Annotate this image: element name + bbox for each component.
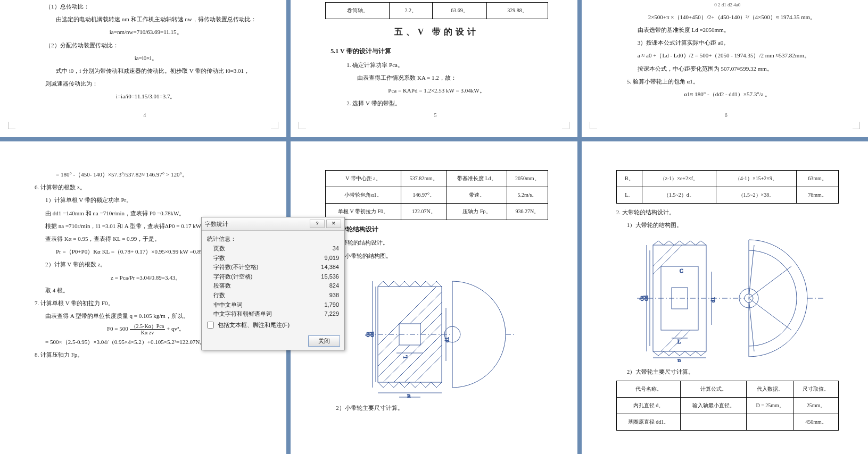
cell: 带速。 xyxy=(447,187,507,204)
help-button[interactable]: ? xyxy=(310,220,325,228)
text: 1）大带轮的结构图。 xyxy=(616,218,839,231)
cell: 63mm。 xyxy=(797,171,839,187)
text: 2. 大带轮的结构设计。 xyxy=(616,206,839,218)
stat-row: 字符数(不计空格)14,384 xyxy=(207,263,339,272)
close-dialog-button[interactable]: 关闭 xyxy=(308,335,340,347)
wordcount-dialog[interactable]: 字数统计 ? ✕ 统计信息： 页数34字数9,019字符数(不计空格)14,38… xyxy=(201,217,345,350)
stat-key: 字符数(计空格) xyxy=(207,272,252,282)
cell: 内孔直径 d。 xyxy=(616,397,681,414)
dialog-title: 字数统计 xyxy=(205,220,308,228)
stat-key: 行数 xyxy=(207,291,225,300)
cropmark xyxy=(853,122,860,129)
large-pulley-diagram: da dd d1 C L B xyxy=(626,234,829,362)
text: 按课本公式，中心距变化范围为 507.07≈599.32 mm。 xyxy=(616,62,839,75)
text: 小带轮的结构设计。 xyxy=(325,236,548,249)
cell: 936.27N。 xyxy=(507,204,548,220)
stat-row: 行数938 xyxy=(207,291,339,300)
text: （2）分配传动装置传动比： xyxy=(35,39,257,52)
cell: 329.88。 xyxy=(487,3,548,19)
text: 由表查得工作情况系数 KA = 1.2，故： xyxy=(325,71,548,84)
text: 2）小带轮主要尺寸计算。 xyxy=(325,401,548,414)
stat-key: 非中文单词 xyxy=(207,300,243,310)
cell: 122.07N。 xyxy=(401,204,447,220)
text: 2）大带轮主要尺寸计算。 xyxy=(616,365,839,378)
cell: 压轴力 Fp。 xyxy=(447,204,507,220)
text: 由选定的电动机满载转速 nm 和工作机主动轴转速 nw，得传动装置总传动比： xyxy=(35,13,257,26)
cell: 基圈原直径 dd1。 xyxy=(616,414,681,430)
cell: 尺寸取值。 xyxy=(793,381,838,397)
stat-value: 15,536 xyxy=(321,272,339,282)
cell: 小带轮包角α1。 xyxy=(326,187,401,204)
table-dim-bl: B。（z-1）×e+2×f。（4-1）×15+2×9。63mm。 L。（1.5~… xyxy=(616,170,839,204)
svg-text:d1: d1 xyxy=(444,337,450,342)
frac-bot: Kα zv xyxy=(130,330,166,335)
stat-key: 页数 xyxy=(207,244,225,254)
cropmark xyxy=(271,122,278,129)
stat-key: 字符数(不计空格) xyxy=(207,263,258,272)
text: 式中 i0，i 分别为带传动和减速器的传动比。初步取 V 带的传动比 i0=3.… xyxy=(35,64,257,77)
text: 2. 选择 V 带的带型。 xyxy=(325,97,548,110)
cropmark xyxy=(299,122,306,129)
stat-key: 段落数 xyxy=(207,281,231,291)
subsection-heading: 5.2 带轮结构设计 xyxy=(325,222,548,236)
cropmark xyxy=(8,122,15,129)
cell: 输入轴最小直径。 xyxy=(681,397,747,414)
text: 由表选带的基准长度 Ld =2050mm。 xyxy=(616,23,839,36)
cell: 5.2m/s。 xyxy=(507,187,548,204)
svg-text:d1: d1 xyxy=(710,297,716,302)
page-grid: （1）总传动比： 由选定的电动机满载转速 nm 和工作机主动轴转速 nw，得传动… xyxy=(0,0,868,454)
table-large-pulley-dim: 代号名称。计算公式。代入数据。尺寸取值。 内孔直径 d。输入轴最小直径。D = … xyxy=(616,381,839,431)
text: 3）按课本公式计算实际中心距 a0。 xyxy=(616,36,839,49)
dialog-titlebar[interactable]: 字数统计 ? ✕ xyxy=(202,217,344,231)
page-number: 4 xyxy=(143,110,146,121)
formula: Pca = KAPd = 1.2×2.53 kW = 3.04kW。 xyxy=(325,84,548,97)
formula: 0 2 d1 d2 4a0 xyxy=(616,0,839,11)
formula: a ≈ a0 +（Ld - Ld0）/2 = 500+（2050 - 1974.… xyxy=(616,49,839,62)
small-pulley-diagram: da dd d1 L B L xyxy=(346,265,527,398)
cell xyxy=(681,414,747,430)
text: 则减速器传动比为： xyxy=(35,77,257,90)
cell: （z-1）×e+2×f。 xyxy=(642,171,716,187)
text: 6. 计算带的根数 z。 xyxy=(35,181,257,194)
stat-value: 14,384 xyxy=(321,263,339,272)
cell: 450mm。 xyxy=(793,414,838,430)
cell: 代号名称。 xyxy=(616,381,681,397)
svg-text:dd: dd xyxy=(643,296,649,301)
text: 1. 确定计算功率 Pca。 xyxy=(325,58,548,71)
stat-row: 字数9,019 xyxy=(207,254,339,263)
cell: 卷筒轴。 xyxy=(326,3,390,19)
include-checkbox[interactable] xyxy=(207,322,214,329)
cell: （1.5~2）d。 xyxy=(642,187,716,204)
text: 5. 验算小带轮上的包角 α1。 xyxy=(616,75,839,88)
svg-text:dd: dd xyxy=(369,332,375,337)
cell xyxy=(747,414,794,430)
stat-row: 段落数824 xyxy=(207,281,339,291)
stat-key: 字数 xyxy=(207,254,225,263)
stat-row: 字符数(计空格)15,536 xyxy=(207,272,339,282)
text: 8. 计算压轴力 Fp。 xyxy=(35,348,257,361)
stat-value: 1,790 xyxy=(324,300,339,310)
svg-text:L: L xyxy=(677,339,681,344)
checkbox-label: 包括文本框、脚注和尾注(F) xyxy=(218,322,290,328)
close-button[interactable]: ✕ xyxy=(326,220,341,228)
stat-row: 中文字符和朝鲜语单词7,229 xyxy=(207,309,339,319)
page-5: 卷筒轴。 2.2。 63.69。 329.88。 五、V 带的设计 5.1 V … xyxy=(291,0,577,137)
frac-top: （2.5-Kα）Pca xyxy=(130,323,166,330)
cropmark xyxy=(562,122,569,129)
stat-value: 938 xyxy=(329,291,339,300)
include-checkbox-row[interactable]: 包括文本框、脚注和尾注(F) xyxy=(207,321,339,329)
fraction: （2.5-Kα）Pca Kα zv xyxy=(130,323,166,335)
cell: 代入数据。 xyxy=(747,381,794,397)
page-number: 5 xyxy=(434,110,436,121)
cell: 计算公式。 xyxy=(681,381,747,397)
stat-row: 页数34 xyxy=(207,244,339,254)
stat-value: 34 xyxy=(333,244,339,254)
subsection-heading: 5.1 V 带的设计与计算 xyxy=(325,44,548,58)
text: + qv²。 xyxy=(167,325,185,332)
cell: 146.97°。 xyxy=(401,187,447,204)
stat-row: 非中文单词1,790 xyxy=(207,300,339,310)
cell: （4-1）×15+2×9。 xyxy=(716,171,796,187)
cell: （1.5~2）×38。 xyxy=(716,187,796,204)
page-number: 6 xyxy=(725,110,728,121)
cell: 537.82mm。 xyxy=(401,171,447,187)
